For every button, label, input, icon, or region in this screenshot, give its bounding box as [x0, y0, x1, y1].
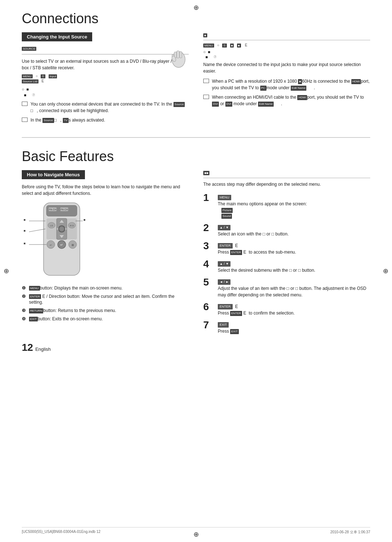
- step-5: 5 ◄ / ► Adjust the value of an item with…: [203, 277, 370, 298]
- navigate-right-icon: ■■: [203, 171, 209, 175]
- page-language: English: [35, 346, 51, 352]
- step-6: 6 ENTER E Press ENTER E to confirm the s…: [203, 302, 370, 316]
- source-icon: SOURCE: [22, 47, 36, 51]
- step-list: 1 MENU The main menu options appear on t…: [203, 193, 370, 334]
- pc-resolution-note: When a PC with a resolution of 1920 x 10…: [203, 78, 370, 91]
- access-step-note: The access step may differ depending on …: [203, 181, 370, 188]
- svg-text:PA CH: PA CH: [49, 208, 57, 211]
- connections-title: Connections: [22, 11, 370, 26]
- basic-features-left-col: How to Navigate Menus Before using the T…: [22, 170, 189, 334]
- step-3: 3 ENTER E Press ENTER E to access the su…: [203, 241, 370, 255]
- navigate-menus-header: How to Navigate Menus: [22, 170, 85, 179]
- svg-text:PA CH: PA CH: [61, 208, 68, 211]
- hdmi-dvi-note: When connecting an HDMI/DVI cable to the…: [203, 94, 370, 107]
- connections-right-col: ■ MENU ○ ① ■ ■ E ○■ ■ ⑦: [203, 32, 370, 126]
- connections-left-col: Changing the Input Source SOURCE Use to …: [22, 32, 189, 126]
- footer-left: [UC5000(55)_USA]BN68-03004A-01Eng.indb 1…: [22, 530, 101, 535]
- small-icons-row2: Source List E: [22, 79, 189, 83]
- step-2: 2 ▲ / ▼ Select an icon with the □ or □ b…: [203, 223, 370, 237]
- svg-text:■: ■: [83, 218, 85, 222]
- navigate-description: Before using the TV, follow the steps be…: [22, 184, 189, 197]
- small-icons-row1: MENU ○ ① Input: [22, 74, 189, 78]
- connections-section: Connections Changing the Input Source SO…: [22, 11, 370, 126]
- connections-description: Use to select TV or an external input so…: [22, 58, 189, 71]
- naming-description: Name the device connected to the input j…: [203, 61, 370, 74]
- basic-features-title: Basic Features: [22, 149, 370, 164]
- connections-bullet-1: You can only choose external devices tha…: [22, 101, 189, 114]
- svg-rect-1: [177, 51, 179, 58]
- svg-text:LS: LS: [50, 225, 53, 227]
- svg-line-35: [29, 229, 45, 232]
- svg-text:■: ■: [24, 242, 25, 245]
- page-number: 12: [22, 342, 33, 353]
- changing-input-header: Changing the Input Source: [22, 32, 92, 41]
- remote-control-area: PA CH PA CH LS R O: [22, 201, 189, 280]
- svg-text:■: ■: [24, 218, 25, 222]
- section-divider: [22, 137, 370, 138]
- basic-features-section: Basic Features How to Navigate Menus Bef…: [22, 149, 370, 353]
- step-1: 1 MENU The main menu options appear on t…: [203, 193, 370, 219]
- right-note-a: ■ ⑦: [203, 55, 370, 59]
- basic-features-right-col: ■■ The access step may differ depending …: [203, 170, 370, 334]
- right-source-icon: ■: [203, 33, 207, 37]
- touch-hand-icon: [169, 46, 189, 69]
- legend-1: ❶ MENUbutton: Displays the main on-scree…: [22, 285, 189, 291]
- svg-text:■: ■: [24, 229, 25, 233]
- remote-legend: ❶ MENUbutton: Displays the main on-scree…: [22, 285, 189, 322]
- right-note-o: ○■: [203, 50, 370, 54]
- step-7: 7 EXIT Press EXIT: [203, 320, 370, 334]
- right-small-row: MENU ○ ① ■ ■ E: [203, 43, 370, 48]
- legend-2: ❷ ENTER E / Direction button: Move the c…: [22, 293, 189, 306]
- legend-4: ❹ EXITbutton: Exits the on-screen menu.: [22, 316, 189, 322]
- svg-rect-2: [180, 52, 182, 58]
- step-4: 4 ▲ / ▼ Select the desired submenu with …: [203, 259, 370, 274]
- svg-text:R O: R O: [70, 225, 74, 227]
- connections-notes: ○ ■ ■ ⑦ You can only choose external dev…: [22, 87, 189, 123]
- legend-3: ❸ RETURNbutton: Returns to the previous …: [22, 308, 189, 314]
- svg-text:↩: ↩: [50, 244, 52, 246]
- svg-text:⊞: ⊞: [72, 243, 74, 247]
- connections-bullet-2: In the Source□ , TVs always activated.: [22, 117, 189, 123]
- svg-text:↵: ↵: [60, 243, 63, 247]
- footer-right: 2010-06-28 오후 1:06:37: [330, 530, 370, 535]
- footer: [UC5000(55)_USA]BN68-03004A-01Eng.indb 1…: [22, 527, 370, 535]
- page-number-area: 12 English: [22, 342, 370, 353]
- svg-point-23: [60, 227, 64, 231]
- remote-svg: PA CH PA CH LS R O: [22, 201, 102, 279]
